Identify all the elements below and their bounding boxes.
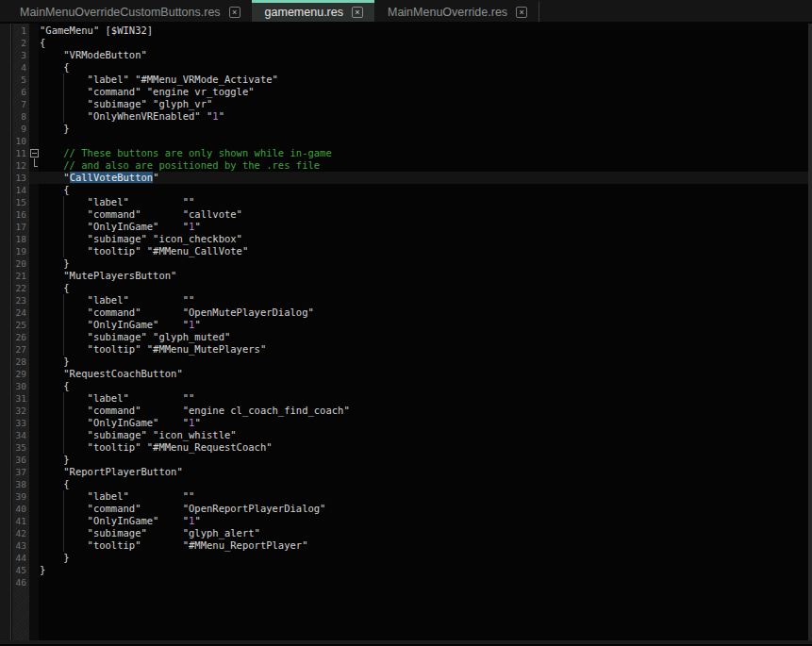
line-number[interactable]: 11 [0,147,29,159]
code-text[interactable]: "label" "" [39,294,812,306]
code-line[interactable]: 24 "command" "OpenMutePlayerDialog" [0,306,812,319]
code-line[interactable]: 20 } [0,257,812,270]
line-number[interactable]: 12 [0,159,29,172]
code-line[interactable]: 25 "OnlyInGame" "1" [0,319,812,331]
code-line[interactable]: 27 "tooltip" "#MMenu_MutePlayers" [0,343,812,356]
line-number[interactable]: 32 [0,405,29,417]
code-text[interactable]: } [39,356,812,368]
code-text[interactable]: "GameMenu" [$WIN32] [39,25,812,37]
fold-collapse-icon[interactable] [29,147,39,159]
code-text[interactable]: "subimage" "icon_checkbox" [39,233,812,245]
code-editor[interactable]: 1"GameMenu" [$WIN32]2{3 "VRModeButton"4 … [0,24,812,644]
code-line[interactable]: 15 "label" "" [0,196,812,208]
code-line[interactable]: 38 { [0,478,812,490]
line-number[interactable]: 4 [0,61,29,74]
code-text[interactable]: "label" "" [39,392,812,405]
line-number[interactable]: 23 [0,294,29,306]
line-number[interactable]: 34 [0,429,29,441]
code-text[interactable]: // and also are positioned by the .res f… [39,159,812,172]
code-text[interactable]: "OnlyInGame" "1" [39,221,812,233]
code-line[interactable]: 36 } [0,454,812,466]
line-number[interactable]: 24 [0,306,29,319]
code-text[interactable]: "command" "callvote" [39,208,812,221]
code-line[interactable]: 2{ [0,37,812,49]
code-line[interactable]: 19 "tooltip" "#MMenu_CallVote" [0,245,812,257]
code-line[interactable]: 12 // and also are positioned by the .re… [0,159,812,172]
code-line[interactable]: 22 { [0,282,812,294]
code-line[interactable]: 39 "label" "" [0,490,812,503]
code-text[interactable]: "label" "" [39,196,812,208]
code-text[interactable]: // These buttons are only shown while in… [39,147,812,159]
line-number[interactable]: 27 [0,343,29,356]
line-number[interactable]: 5 [0,74,29,86]
code-text[interactable]: "CallVoteButton" [39,172,812,184]
line-number[interactable]: 19 [0,245,29,257]
line-number[interactable]: 17 [0,221,29,233]
line-number[interactable]: 21 [0,270,29,282]
code-text[interactable]: "tooltip" "#MMenu_RequestCoach" [39,441,812,454]
line-number[interactable]: 13 [0,172,29,184]
code-line[interactable]: 37 "ReportPlayerButton" [0,466,812,478]
code-text[interactable]: { [39,282,812,294]
code-line[interactable]: 23 "label" "" [0,294,812,306]
code-text[interactable]: } [39,257,812,270]
line-number[interactable]: 9 [0,123,29,135]
code-line[interactable]: 42 "subimage" "glyph_alert" [0,527,812,539]
code-text[interactable]: "tooltip" "#MMenu_ReportPlayer" [39,539,812,552]
line-number[interactable]: 31 [0,392,29,405]
code-text[interactable]: "command" "OpenReportPlayerDialog" [39,503,812,515]
line-number[interactable]: 43 [0,539,29,552]
code-text[interactable]: { [39,478,812,490]
code-line[interactable]: 46 [0,576,812,588]
code-text[interactable]: "tooltip" "#MMenu_MutePlayers" [39,343,812,356]
code-line[interactable]: 4 { [0,61,812,74]
line-number[interactable]: 36 [0,454,29,466]
code-text[interactable]: "subimage" "glyph_alert" [39,527,812,539]
code-text[interactable]: { [39,380,812,392]
line-number[interactable]: 25 [0,319,29,331]
line-number[interactable]: 14 [0,184,29,196]
code-text[interactable]: } [39,454,812,466]
code-line[interactable]: 34 "subimage" "icon_whistle" [0,429,812,441]
line-number[interactable]: 8 [0,110,29,123]
code-line[interactable]: 18 "subimage" "icon_checkbox" [0,233,812,245]
line-number[interactable]: 22 [0,282,29,294]
code-text[interactable]: { [39,37,812,49]
code-text[interactable]: "command" "engine cl_coach_find_coach" [39,405,812,417]
code-line[interactable]: 31 "label" "" [0,392,812,405]
code-text[interactable]: } [39,552,812,564]
code-text[interactable]: "tooltip" "#MMenu_CallVote" [39,245,812,257]
code-line[interactable]: 16 "command" "callvote" [0,208,812,221]
code-line[interactable]: 8 "OnlyWhenVREnabled" "1" [0,110,812,123]
code-text[interactable]: "ReportPlayerButton" [39,466,812,478]
line-number[interactable]: 39 [0,490,29,503]
code-text[interactable]: "OnlyInGame" "1" [39,417,812,429]
code-line[interactable]: 43 "tooltip" "#MMenu_ReportPlayer" [0,539,812,552]
line-number[interactable]: 7 [0,98,29,110]
code-line[interactable]: 10 [0,135,812,147]
code-text[interactable]: } [39,123,812,135]
line-number[interactable]: 26 [0,331,29,343]
code-line[interactable]: 33 "OnlyInGame" "1" [0,417,812,429]
code-text[interactable] [39,576,812,588]
close-icon[interactable]: × [352,7,363,18]
line-number[interactable]: 45 [0,564,29,576]
line-number[interactable]: 37 [0,466,29,478]
code-text[interactable]: "label" "" [39,490,812,503]
code-text[interactable]: "VRModeButton" [39,49,812,61]
code-line[interactable]: 9 } [0,123,812,135]
code-text[interactable]: "command" "engine vr_toggle" [39,86,812,98]
line-number[interactable]: 28 [0,356,29,368]
code-line[interactable]: 21 "MutePlayersButton" [0,270,812,282]
code-line[interactable]: 30 { [0,380,812,392]
code-text[interactable]: "OnlyInGame" "1" [39,319,812,331]
line-number[interactable]: 29 [0,368,29,380]
code-text[interactable]: "subimage" "glyph_muted" [39,331,812,343]
code-text[interactable]: "subimage" "icon_whistle" [39,429,812,441]
line-number[interactable]: 6 [0,86,29,98]
line-number[interactable]: 44 [0,552,29,564]
line-number[interactable]: 16 [0,208,29,221]
code-text[interactable]: "subimage" "glyph_vr" [39,98,812,110]
code-line[interactable]: 1"GameMenu" [$WIN32] [0,25,812,37]
tab-gamemenu[interactable]: gamemenu.res × [252,0,374,22]
